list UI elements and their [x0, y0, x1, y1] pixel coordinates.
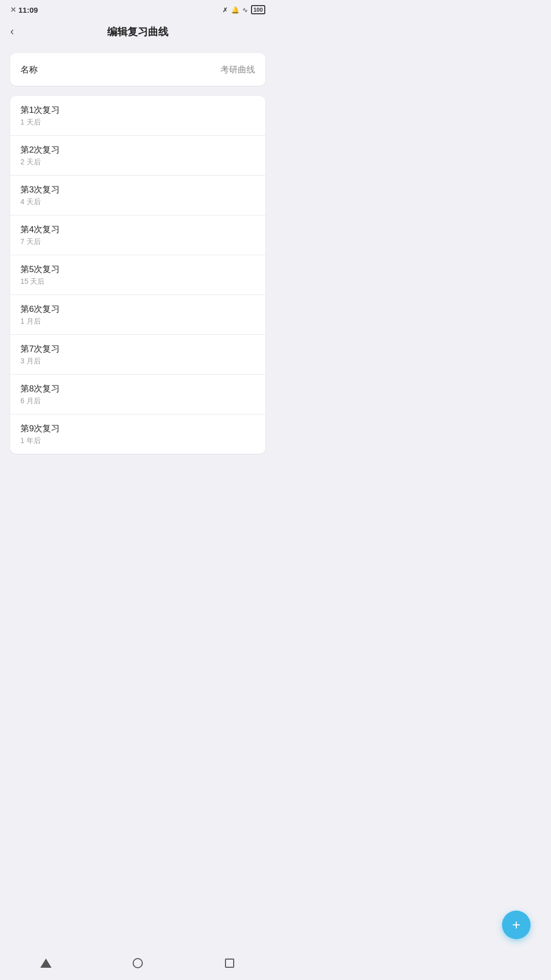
review-item-subtitle-3: 4 天后 — [20, 198, 255, 207]
bluetooth-icon: ✗ — [222, 6, 228, 14]
review-item-subtitle-2: 2 天后 — [20, 158, 255, 167]
review-item-title-1: 第1次复习 — [20, 104, 255, 116]
battery-icon: 100 — [251, 5, 265, 14]
name-label: 名称 — [20, 64, 38, 76]
review-item-5[interactable]: 第5次复习15 天后 — [10, 255, 265, 295]
status-icons: ✗ 🔔 ∿ 100 — [222, 5, 265, 14]
review-item-title-9: 第9次复习 — [20, 423, 255, 434]
review-item-3[interactable]: 第3次复习4 天后 — [10, 176, 265, 215]
status-time: ✕ 11:09 — [10, 6, 38, 14]
name-value: 考研曲线 — [220, 64, 255, 76]
page-title: 编辑复习曲线 — [107, 25, 168, 39]
time-label: 11:09 — [18, 6, 38, 14]
review-item-title-6: 第6次复习 — [20, 303, 255, 315]
review-list: 第1次复习1 天后第2次复习2 天后第3次复习4 天后第4次复习7 天后第5次复… — [10, 96, 265, 454]
main-content: 名称 考研曲线 第1次复习1 天后第2次复习2 天后第3次复习4 天后第4次复习… — [0, 45, 276, 462]
back-button[interactable]: ‹ — [10, 26, 14, 37]
review-item-title-5: 第5次复习 — [20, 263, 255, 275]
review-item-subtitle-6: 1 月后 — [20, 317, 255, 326]
review-item-2[interactable]: 第2次复习2 天后 — [10, 136, 265, 176]
review-item-title-2: 第2次复习 — [20, 144, 255, 156]
review-item-7[interactable]: 第7次复习3 月后 — [10, 335, 265, 375]
wifi-icon: ∿ — [242, 6, 248, 14]
review-item-1[interactable]: 第1次复习1 天后 — [10, 96, 265, 136]
review-item-9[interactable]: 第9次复习1 年后 — [10, 414, 265, 454]
review-item-subtitle-8: 6 月后 — [20, 397, 255, 406]
bell-icon: 🔔 — [231, 6, 239, 14]
status-bar: ✕ 11:09 ✗ 🔔 ∿ 100 — [0, 0, 276, 18]
review-item-subtitle-9: 1 年后 — [20, 436, 255, 446]
review-item-6[interactable]: 第6次复习1 月后 — [10, 295, 265, 335]
review-item-title-8: 第8次复习 — [20, 383, 255, 395]
review-item-subtitle-7: 3 月后 — [20, 357, 255, 366]
review-item-subtitle-1: 1 天后 — [20, 118, 255, 127]
review-item-title-7: 第7次复习 — [20, 343, 255, 355]
review-item-4[interactable]: 第4次复习7 天后 — [10, 215, 265, 255]
review-item-title-3: 第3次复习 — [20, 184, 255, 195]
name-card[interactable]: 名称 考研曲线 — [10, 53, 265, 86]
review-item-subtitle-5: 15 天后 — [20, 277, 255, 286]
review-item-subtitle-4: 7 天后 — [20, 237, 255, 247]
review-item-8[interactable]: 第8次复习6 月后 — [10, 375, 265, 414]
review-item-title-4: 第4次复习 — [20, 224, 255, 235]
sim-icon: ✕ — [10, 6, 16, 14]
top-nav: ‹ 编辑复习曲线 — [0, 18, 276, 45]
